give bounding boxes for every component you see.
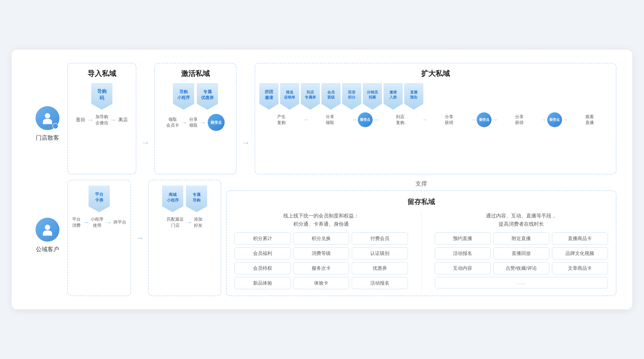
pent-shangcheng: 商城小程序 <box>162 186 183 212</box>
tag-tiyan: 体验卡 <box>293 277 349 289</box>
tag-hudong: 互动内容 <box>435 262 491 274</box>
checkmark-icon <box>54 125 57 128</box>
kf-daodian: 到店复购 <box>380 114 421 126</box>
liucun-right-tags: 预约直播 附近直播 直播商品卡 活动报名 直播回放 品牌文化视频 互动内容 点赞… <box>435 232 608 274</box>
jiehuo-pent-miniapp: 导购小程序 <box>173 83 194 110</box>
person-icon <box>41 112 54 125</box>
pf-step3: 跨平台 <box>114 219 126 225</box>
tag-zhiboshangpinka: 直播商品卡 <box>552 232 608 245</box>
public-customer-label: 公域客户 <box>36 245 59 253</box>
pf-arr1: → <box>82 218 89 226</box>
diagram-column: 导入私域 导购码 逛街 → 加导购企微信 → 离店 → <box>67 63 616 296</box>
liucun-dots: …… <box>435 277 608 288</box>
pent-zhuanshudaogou: 专属导购 <box>186 186 207 212</box>
diagram-layout: 门店散客 公域客户 导入私域 导购码 <box>28 63 616 296</box>
crack-badge-3: 裂变点 <box>477 112 491 127</box>
jiehuo-pents-row: 导购小程序 专属优惠券 <box>159 83 232 110</box>
arrow3: → <box>181 118 188 127</box>
arrow1: → <box>87 116 94 124</box>
kuoda-pents-row: 拼团邀请 推送促销单 到店专属券 会员晋级 双倍积分 分销员招募 邀请入群 直播… <box>259 83 612 110</box>
store-customer-avatar <box>36 106 59 130</box>
arrow2: → <box>110 116 117 124</box>
kf-arr7: → <box>541 116 547 123</box>
liucun-title: 留存私域 <box>234 197 608 207</box>
liucun-left-subtitle: 线上线下统一的会员制度和权益：积分通、卡券通、身份通 <box>234 212 408 228</box>
tag-renzhengji: 认证级别 <box>352 247 408 259</box>
tag-hyuanfuli: 会员福利 <box>234 247 290 259</box>
support-region: 支撑 留存私域 线上线下统一的会员制度和权益：积分通、卡券通、身份通 积分累计 … <box>226 180 616 296</box>
kpent-huiyuan: 会员晋级 <box>321 83 341 110</box>
kf-arr8: → <box>563 116 568 123</box>
tag-wenzhan: 文章商品卡 <box>552 262 608 274</box>
tag-xiaofeidengji: 消费等级 <box>293 247 349 259</box>
public-customer-avatar <box>36 218 59 242</box>
inter-arrow-2: → <box>241 63 250 174</box>
svg-point-2 <box>45 225 50 230</box>
pent-pingtai-券: 平台卡券 <box>89 186 110 212</box>
bottom-jiehuo-box: 商城小程序 专属导购 匹配最近门店 → 添加好友 <box>148 180 221 296</box>
liucun-left-tags: 积分累计 积分兑换 付费会员 会员福利 消费等级 认证级别 会员特权 服务次卡 … <box>234 232 408 289</box>
kpent-yaoqing: 邀请入群 <box>384 83 403 110</box>
bjf-step1: 匹配最近门店 <box>167 216 184 228</box>
support-label: 支撑 <box>226 180 616 188</box>
tag-huodong: 活动报名 <box>352 277 408 289</box>
bottom-arrow: → <box>135 233 144 243</box>
flow-lingqu: 领取会员卡 <box>166 117 179 129</box>
kf-chansheng: 产生复购 <box>260 114 302 126</box>
pf-arr2: → <box>105 218 112 226</box>
tag-fujinzhibo: 附近直播 <box>493 232 549 245</box>
bottom-left-region: 平台卡券 平台消费 → 小程序使用 → 跨平台 → <box>67 180 221 296</box>
liucun-divider <box>421 212 421 289</box>
tag-fuwucika: 服务次卡 <box>293 262 349 274</box>
crack-badge-1: 裂变点 <box>208 114 225 131</box>
daoru-region: 导入私域 导购码 逛街 → 加导购企微信 → 离店 <box>67 63 136 174</box>
jiehuo-pent-coupon: 专属优惠券 <box>197 83 218 110</box>
section-arrow-2: → <box>241 138 250 148</box>
pingtai-flow: 平台消费 → 小程序使用 → 跨平台 <box>72 216 126 228</box>
kuoda-flow-row: 产生复购 → 分享领取 → 裂变点 → 到店复购 → 分享获得 → 裂变点 → … <box>259 112 612 127</box>
flow-step-jiadaogou: 加导购企微信 <box>95 114 108 126</box>
daoru-pent-daogouma: 导购码 <box>91 83 112 110</box>
daoru-title: 导入私域 <box>72 69 132 78</box>
inter-arrow-1: → <box>141 63 150 174</box>
kf-guankan: 观看直播 <box>569 114 611 126</box>
kuoda-region: 扩大私域 拼团邀请 推送促销单 到店专属券 会员晋级 双倍积分 分销员招募 邀请… <box>255 63 616 174</box>
kpent-daodian: 到店专属券 <box>301 83 320 110</box>
flow-step-lidian: 离店 <box>118 117 128 123</box>
daoru-flow: 逛街 → 加导购企微信 → 离店 <box>72 114 132 126</box>
tag-zhibohuifang: 直播回放 <box>493 247 549 259</box>
public-customer-block: 公域客户 <box>28 180 67 291</box>
liucun-box: 留存私域 线上线下统一的会员制度和权益：积分通、卡券通、身份通 积分累计 积分兑… <box>226 190 616 296</box>
pf-step2: 小程序使用 <box>91 216 103 228</box>
kf-fenxiang1: 分享领取 <box>309 114 351 126</box>
bottom-half: 平台卡券 平台消费 → 小程序使用 → 跨平台 → <box>67 180 616 296</box>
section-arrow-1: → <box>141 138 150 148</box>
tag-huodongbaoming: 活动报名 <box>435 247 491 259</box>
liucun-right-subtitle: 通过内容、互动、直播等手段，提高消费者在线时长 <box>435 212 608 228</box>
crack-badge-2: 裂变点 <box>358 112 373 127</box>
jiehuo-title: 激活私域 <box>159 69 232 78</box>
kf-arr1: → <box>303 116 308 123</box>
tag-jifenduihuan: 积分兑换 <box>293 232 349 245</box>
tag-dianzan: 点赞/收藏/评论 <box>493 262 549 274</box>
person2-icon <box>41 223 54 236</box>
daoru-pents-row: 导购码 <box>72 83 132 110</box>
tag-pinpai: 品牌文化视频 <box>552 247 608 259</box>
kpent-fensale: 分销员招募 <box>363 83 382 110</box>
flow-fenxiang: 分享领取 <box>189 117 198 129</box>
pingtai-daoru-box: 平台卡券 平台消费 → 小程序使用 → 跨平台 <box>67 180 131 296</box>
kf-arr6: → <box>492 116 498 123</box>
pf-step1: 平台消费 <box>72 216 81 228</box>
jiehuo-region: 激活私域 导购小程序 专属优惠券 领取会员卡 → 分享领取 → 裂变点 <box>154 63 237 174</box>
top-half: 导入私域 导购码 逛街 → 加导购企微信 → 离店 → <box>67 63 616 180</box>
tag-fufeihyuan: 付费会员 <box>352 232 408 245</box>
arrow4: → <box>199 118 206 127</box>
liucun-right: 通过内容、互动、直播等手段，提高消费者在线时长 预约直播 附近直播 直播商品卡 … <box>435 212 608 289</box>
tag-youhuiquan: 优惠券 <box>352 262 408 274</box>
pingtai-pents: 平台卡券 <box>72 186 126 212</box>
kf-fenxiang3: 分享获得 <box>498 114 540 126</box>
kpent-zhibo: 直播预告 <box>404 83 423 110</box>
bottom-jiehuo-pents: 商城小程序 专属导购 <box>153 186 216 212</box>
flow-step-jiujie: 逛街 <box>76 117 85 123</box>
kf-arr2: → <box>351 116 357 123</box>
